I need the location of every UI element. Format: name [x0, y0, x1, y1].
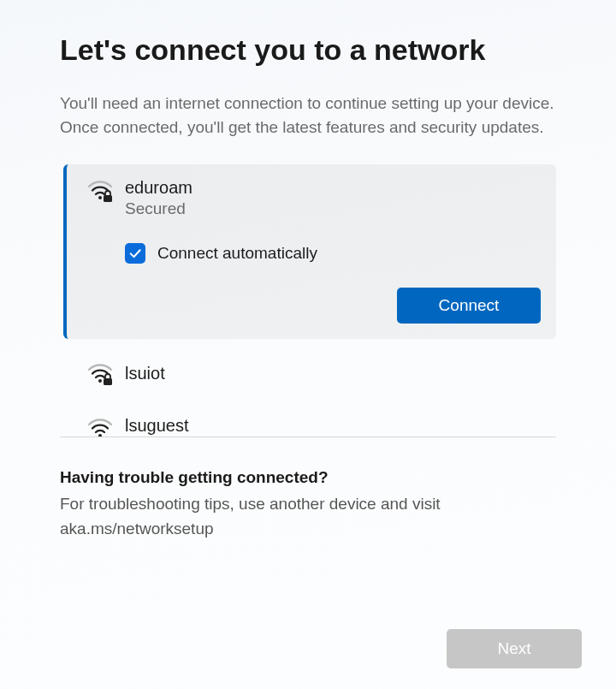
- network-info: eduroam Secured: [125, 176, 541, 220]
- connect-automatically-label: Connect automatically: [157, 244, 317, 263]
- check-icon: [127, 246, 143, 261]
- svg-point-4: [98, 434, 102, 437]
- network-name: lsuiot: [125, 362, 165, 384]
- connect-automatically-row[interactable]: Connect automatically: [125, 243, 541, 264]
- connect-row: Connect: [87, 288, 541, 324]
- svg-rect-3: [104, 378, 112, 385]
- wifi-secured-icon: [87, 178, 113, 204]
- trouble-title: Having trouble getting connected?: [60, 468, 556, 487]
- svg-point-0: [98, 196, 102, 199]
- wifi-icon: [87, 416, 113, 437]
- network-item-selected[interactable]: eduroam Secured Connect automatically Co…: [63, 164, 556, 340]
- network-security: Secured: [125, 199, 541, 220]
- trouble-text: For troubleshooting tips, use another de…: [60, 492, 556, 541]
- wifi-secured-icon: [87, 361, 113, 387]
- next-button[interactable]: Next: [447, 629, 582, 668]
- footer: Next: [447, 629, 582, 668]
- network-name: eduroam: [125, 176, 541, 199]
- connect-button[interactable]: Connect: [397, 288, 541, 324]
- network-row: eduroam Secured: [87, 176, 541, 220]
- page-title: Let's connect you to a network: [60, 33, 556, 68]
- network-list: eduroam Secured Connect automatically Co…: [63, 164, 556, 437]
- trouble-section: Having trouble getting connected? For tr…: [0, 437, 616, 541]
- svg-point-2: [98, 379, 102, 383]
- page-subtitle: You'll need an internet connection to co…: [60, 92, 556, 140]
- network-name: lsuguest: [125, 414, 189, 437]
- network-item[interactable]: lsuiot: [63, 346, 556, 401]
- svg-rect-1: [104, 195, 112, 202]
- connect-automatically-checkbox[interactable]: [125, 243, 145, 264]
- network-item[interactable]: lsuguest: [63, 401, 556, 437]
